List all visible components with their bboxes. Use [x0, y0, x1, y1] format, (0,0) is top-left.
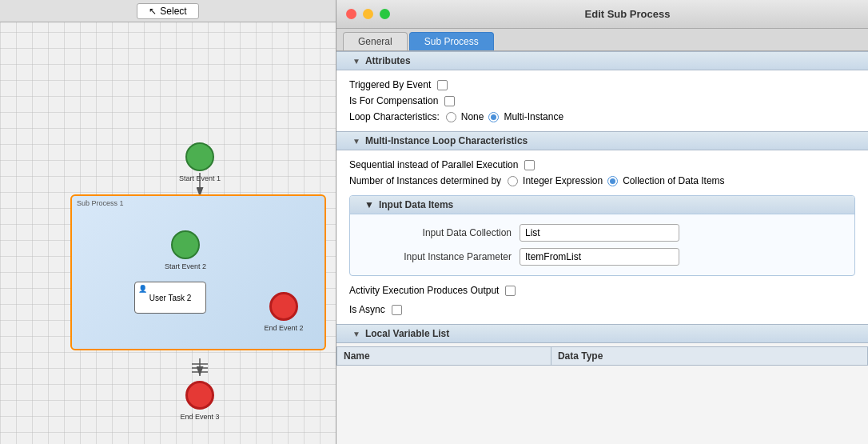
- end-event-2-circle: [269, 292, 298, 321]
- is-for-compensation-checkbox[interactable]: [444, 96, 455, 106]
- multi-instance-section: ▼ Multi-Instance Loop Characteristics Se…: [336, 131, 868, 324]
- select-button[interactable]: ↖ Select: [137, 3, 198, 19]
- start-event-2-node[interactable]: Start Event 2: [171, 230, 200, 259]
- sequential-label: Sequential instead of Parallel Execution: [349, 159, 518, 170]
- window-title: Edit Sub Process: [396, 8, 858, 20]
- collection-radio[interactable]: [607, 176, 618, 186]
- input-instance-parameter-label: Input Instance Parameter: [360, 251, 520, 262]
- sequential-checkbox[interactable]: [524, 160, 535, 170]
- is-async-row: Is Async: [349, 302, 855, 318]
- loop-characteristics-label: Loop Characteristics:: [349, 111, 440, 122]
- integer-expression-radio[interactable]: [508, 176, 518, 186]
- col-name: Name: [337, 347, 551, 366]
- input-instance-parameter-input[interactable]: ItemFromList: [520, 248, 679, 266]
- input-instance-parameter-row: Input Instance Parameter ItemFromList: [360, 245, 845, 269]
- subprocess-1-label: Sub Process 1: [77, 199, 124, 207]
- user-task-2-box[interactable]: 👤 User Task 2: [134, 282, 206, 314]
- is-async-checkbox[interactable]: [392, 305, 402, 315]
- close-button[interactable]: [346, 9, 356, 19]
- multi-instance-body: Sequential instead of Parallel Execution…: [336, 150, 868, 324]
- end-event-3-node[interactable]: End Event 3: [185, 381, 214, 410]
- canvas-area[interactable]: ↖ Select Start: [0, 0, 336, 444]
- title-bar: Edit Sub Process: [336, 0, 868, 29]
- attributes-section: ▼ Attributes Triggered By Event Is For C…: [336, 51, 868, 131]
- start-event-1-circle: [185, 142, 214, 171]
- local-variable-arrow-icon: ▼: [352, 330, 360, 338]
- integer-expression-label: Integer Expression: [523, 175, 603, 186]
- activity-execution-checkbox[interactable]: [505, 286, 516, 296]
- loop-radio-group: None Multi-Instance: [446, 111, 563, 122]
- input-data-collection-label: Input Data Collection: [360, 227, 520, 238]
- attributes-title: Attributes: [365, 55, 411, 66]
- sequential-row: Sequential instead of Parallel Execution: [349, 157, 855, 173]
- num-instances-label: Number of Instances determined by: [349, 175, 501, 186]
- panel-content: ▼ Attributes Triggered By Event Is For C…: [336, 51, 868, 444]
- loop-none-radio[interactable]: [446, 112, 456, 122]
- input-data-items-subsection: ▼ Input Data Items Input Data Collection…: [349, 195, 855, 276]
- subprocess-1-box[interactable]: Sub Process 1 Start Event 2 👤 User Task …: [70, 194, 326, 350]
- local-variable-section: ▼ Local Variable List Name Data Type: [336, 324, 868, 366]
- input-data-collection-input[interactable]: List: [520, 224, 679, 242]
- minimize-button[interactable]: [363, 9, 373, 19]
- collection-label: Collection of Data Items: [623, 175, 724, 186]
- loop-multi-label: Multi-Instance: [504, 111, 563, 122]
- multi-instance-arrow-icon: ▼: [352, 137, 360, 146]
- start-event-2-circle: [171, 230, 200, 259]
- input-data-items-title: Input Data Items: [379, 199, 453, 210]
- local-variable-header[interactable]: ▼ Local Variable List: [336, 324, 868, 343]
- edit-panel: Edit Sub Process General Sub Process ▼ A…: [336, 0, 868, 444]
- triggered-by-event-checkbox[interactable]: [437, 80, 448, 90]
- loop-multi-radio[interactable]: [488, 112, 499, 122]
- attributes-body: Triggered By Event Is For Compensation L…: [336, 70, 868, 131]
- is-for-compensation-label: Is For Compensation: [349, 95, 438, 106]
- input-data-items-header[interactable]: ▼ Input Data Items: [350, 196, 854, 214]
- end-event-2-node[interactable]: End Event 2: [269, 292, 298, 321]
- is-async-label: Is Async: [349, 304, 385, 315]
- canvas-content: Start Event 1 Sub Process 1 Start Event …: [0, 22, 336, 444]
- start-event-1-node[interactable]: Start Event 1: [185, 142, 214, 171]
- local-variable-table: Name Data Type: [336, 346, 868, 366]
- triggered-by-event-row: Triggered By Event: [349, 77, 855, 93]
- col-datatype: Data Type: [551, 347, 867, 366]
- input-data-items-body: Input Data Collection List Input Instanc…: [350, 214, 854, 275]
- toolbar: ↖ Select: [0, 0, 336, 22]
- tab-general[interactable]: General: [343, 32, 408, 50]
- multi-instance-header[interactable]: ▼ Multi-Instance Loop Characteristics: [336, 131, 868, 150]
- attributes-arrow-icon: ▼: [352, 57, 360, 66]
- loop-characteristics-row: Loop Characteristics: None Multi-Instanc…: [349, 109, 855, 125]
- num-instances-row: Number of Instances determined by Intege…: [349, 173, 855, 189]
- end-event-2-label: End Event 2: [264, 324, 303, 332]
- maximize-button[interactable]: [380, 9, 390, 19]
- select-label: Select: [160, 6, 186, 17]
- loop-none-label: None: [461, 111, 484, 122]
- input-data-collection-row: Input Data Collection List: [360, 221, 845, 245]
- end-event-3-label: End Event 3: [180, 413, 219, 421]
- cursor-icon: ↖: [149, 6, 157, 17]
- multi-instance-title: Multi-Instance Loop Characteristics: [365, 135, 528, 146]
- is-for-compensation-row: Is For Compensation: [349, 93, 855, 109]
- tab-bar: General Sub Process: [336, 29, 868, 51]
- triggered-by-event-label: Triggered By Event: [349, 79, 431, 90]
- num-instances-radio-group: Integer Expression Collection of Data It…: [508, 175, 724, 186]
- local-variable-title: Local Variable List: [365, 328, 449, 339]
- user-task-2-label: User Task 2: [149, 294, 192, 302]
- end-event-3-circle: [185, 381, 214, 410]
- input-data-arrow-icon: ▼: [364, 199, 374, 210]
- start-event-1-label: Start Event 1: [179, 174, 221, 182]
- activity-execution-row: Activity Execution Produces Output: [349, 282, 855, 298]
- attributes-header[interactable]: ▼ Attributes: [336, 51, 868, 70]
- activity-execution-label: Activity Execution Produces Output: [349, 285, 499, 296]
- tab-subprocess[interactable]: Sub Process: [409, 32, 494, 50]
- start-event-2-label: Start Event 2: [165, 262, 206, 270]
- local-variable-body: Name Data Type: [336, 346, 868, 366]
